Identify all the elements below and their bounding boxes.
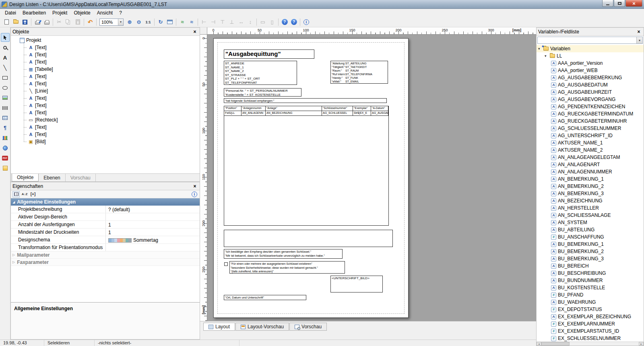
tree-item-object[interactable]: A [Text] [11,95,200,102]
variable-item[interactable]: A AAA_portier_WEB [537,67,644,74]
open-icon[interactable] [11,18,20,26]
design-table[interactable]: "Position""Anlagennumm"Anlage""Schlüssel… [224,106,389,226]
zoom-out-icon[interactable]: ⊖ [134,18,143,26]
tree-item-object[interactable]: A [Text] [11,58,200,66]
variable-item[interactable]: A AN_BEMERKUNG_2 [537,183,644,190]
properties-collapsed-group[interactable]: ▷ Mailparameter [11,251,200,259]
text-tool-icon[interactable]: A [1,53,10,62]
close-button[interactable]: × [625,0,642,7]
categorized-view-icon[interactable] [12,191,20,198]
barcode-tool-icon[interactable] [1,103,10,112]
property-value[interactable]: 1 [106,221,200,228]
menu-item[interactable]: Objekte [70,9,93,16]
variable-item[interactable]: A AN_ANLAGENART [537,161,644,168]
variable-item[interactable]: # BU_PFAND [537,291,644,299]
objects-panel-tab[interactable]: Objekte [12,174,39,181]
variable-item[interactable]: A AG_UNTERSCHRIFT_ID [537,132,644,139]
variable-item[interactable]: A AG_RUECKGABETERMINUHR [537,117,644,125]
line-tool-icon[interactable]: ╲ [1,63,10,72]
info-icon[interactable]: i [191,191,198,198]
objects-panel-tab[interactable]: Vorschau [66,174,96,181]
chevron-down-icon[interactable]: ▾ [636,37,642,43]
view-tab[interactable]: Layout-Vorschau [235,323,289,331]
new-icon[interactable] [2,18,11,26]
formatted-text-tool-icon[interactable]: ¶ [1,124,10,132]
variable-item[interactable]: A AAA_portier_Version [537,60,644,67]
ole-tool-icon[interactable] [1,164,10,173]
layers-icon[interactable]: ≈ [187,18,196,26]
properties-collapsed-group[interactable]: ▷ Faxparameter [11,259,200,266]
expand-all-button[interactable]: [+] [29,191,37,198]
help-icon[interactable]: ? [280,18,289,26]
variable-item[interactable]: A BU_BEMERKUNG_1 [537,241,644,248]
space-horizontal-icon[interactable]: ↔ [237,18,246,26]
align-bottom-icon[interactable]: ⊥ [227,18,236,26]
variable-item[interactable]: A AG_AUSGABEUHRZEIT [537,89,644,96]
properties-group-header[interactable]: ◢ Allgemeine Einstellungen [11,198,200,206]
expander-icon[interactable]: ▾ [538,47,542,51]
menu-item[interactable]: Ansicht [94,9,116,16]
tree-item-object[interactable]: ▣ [Bild] [11,138,200,145]
guides-icon[interactable]: ≈ [178,18,187,26]
design-personal-block[interactable]: "Personal-Nr. " + ST_PERSONALNUMMER"Kost… [224,88,301,97]
variable-item[interactable]: A AN_BEMERKUNG_3 [537,190,644,197]
ellipse-tool-icon[interactable] [1,83,10,92]
design-signature-image-placeholder[interactable]: <UNTERSCHRIFT_BILD> [330,276,383,292]
refresh-icon[interactable]: ↻ [156,18,165,26]
tree-item-object[interactable]: A [Text] [11,131,200,138]
variables-hscrollbar[interactable]: ◂ ▸ [537,342,644,346]
variable-item[interactable]: A BU_WAEHRUNG [537,299,644,306]
design-info-block[interactable]: "Abteilung:" ST_ABTEILUNG "Tätigkeit:" S… [330,61,388,84]
zoom-select[interactable]: 100% ▾ [99,19,124,26]
variable-item[interactable]: # EX_DEPOTSTATUS [537,306,644,313]
view-tab[interactable]: Vorschau [289,323,327,331]
design-title-text[interactable]: "Ausgabequittung" [224,49,314,59]
menu-item[interactable]: Bearbeiten [19,9,49,16]
variable-item[interactable]: A AG_SCHLUESSELNUMMER [537,125,644,132]
menu-item[interactable]: Projekt [49,9,70,16]
variable-item[interactable]: # EX_EXEMPLARNUMMER [537,320,644,327]
variable-item[interactable]: A BU_BEREICH [537,262,644,270]
same-width-icon[interactable]: ▭ [258,18,267,26]
tree-item-object[interactable]: A [Text] [11,44,200,51]
variable-item[interactable]: A BU_KOSTENSTELLE [537,284,644,291]
property-value[interactable]: 1 [106,229,200,236]
expander-icon[interactable]: ▾ [545,54,548,58]
page[interactable]: "Ausgabequittung" ST_ANREDEST_NAME_1ST_N… [213,38,409,318]
minimize-button[interactable] [602,0,613,7]
tree-item-object[interactable]: A [Text] [11,80,200,87]
cut-icon[interactable]: ✂ [55,18,64,26]
view-tab[interactable]: Layout [203,323,235,331]
variables-filter-select[interactable]: ▾ [537,37,643,44]
tree-item-object[interactable]: A [Text] [11,51,200,58]
print-icon[interactable] [42,18,51,26]
tree-item-ll[interactable]: ▾ LL [537,52,644,60]
property-value[interactable]: ? (default) [106,206,200,213]
close-icon[interactable]: × [192,29,198,35]
save-icon[interactable] [21,18,29,26]
variable-item[interactable]: # EX_SCHLUESSELNUMMER [537,335,644,342]
property-value[interactable]: Sommertag [106,236,200,243]
tree-item-object[interactable]: A [Text] [11,109,200,116]
variable-item[interactable]: A EX_EXEMPLAR_BEZEICHNUNG [537,313,644,320]
variable-item[interactable]: A BU_BESCHREIBUNG [537,270,644,277]
rectangle-tool-icon[interactable] [1,73,10,82]
maximize-button[interactable] [614,0,625,7]
variable-item[interactable]: A AKTUSER_NAME_2 [537,146,644,154]
page-preview-icon[interactable] [165,18,174,26]
tree-item-object[interactable]: A [Text] [11,102,200,109]
tree-item-object[interactable]: A [Text] [11,124,200,131]
align-top-icon[interactable]: ⊤ [218,18,227,26]
variable-item[interactable]: A AG_PENDENTKENNZEICHEN [537,103,644,110]
tree-item-object[interactable]: ╲ [Linie] [11,87,200,95]
sort-az-icon[interactable]: A↓Z [21,191,28,198]
design-subject-text[interactable]: "hat folgende Schlüssel empfangen:" [224,98,387,103]
variable-item[interactable]: A AN_BEZEICHNUNG [537,197,644,204]
variable-item[interactable]: A BU_BUNDNUMMER [537,277,644,284]
design-surface[interactable]: "Ausgabequittung" ST_ANREDEST_NAME_1ST_N… [207,35,536,321]
property-value[interactable] [106,213,200,220]
print-setup-icon[interactable] [33,18,42,26]
variable-item[interactable]: A AKTUSER_NAME_1 [537,139,644,146]
space-vertical-icon[interactable]: ↕ [246,18,255,26]
variable-item[interactable]: A BU_ABTEILUNG [537,226,644,233]
